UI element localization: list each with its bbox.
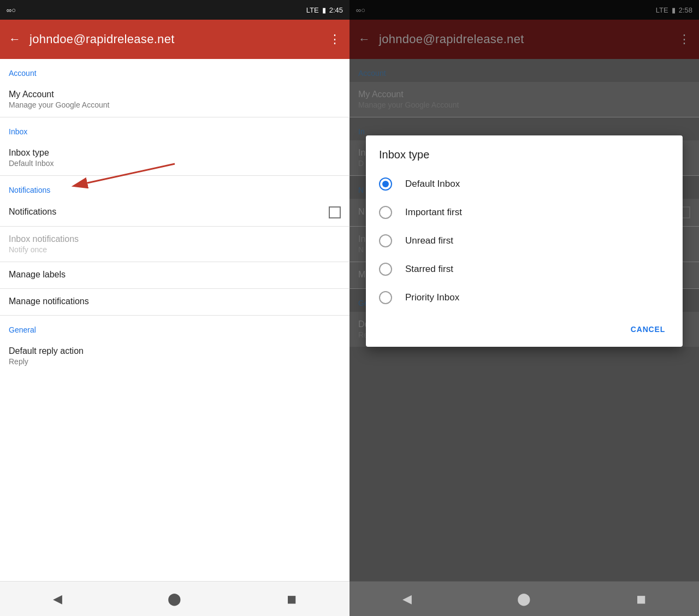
- signal-icon: LTE: [306, 6, 319, 14]
- menu-button[interactable]: ⋮: [329, 32, 341, 46]
- dialog-option-default[interactable]: Default Inbox: [366, 170, 683, 198]
- dialog-option-important-label: Important first: [405, 207, 462, 218]
- back-nav-icon-r[interactable]: ◀: [402, 592, 412, 606]
- recents-nav-icon-r[interactable]: ◼: [636, 592, 646, 606]
- radio-starred[interactable]: [379, 263, 392, 276]
- left-panel: ∞○ LTE ▮ 2:45 ← johndoe@rapidrelease.net…: [0, 0, 350, 616]
- back-nav-icon[interactable]: ◀: [53, 592, 62, 606]
- my-account-item[interactable]: My Account Manage your Google Account: [0, 82, 350, 117]
- battery-icon: ▮: [322, 6, 326, 14]
- inbox-type-title: Inbox type: [9, 148, 341, 158]
- default-reply-subtitle: Reply: [9, 357, 341, 366]
- recents-nav-icon[interactable]: ◼: [287, 592, 297, 606]
- account-title: johndoe@rapidrelease.net: [29, 32, 320, 46]
- radio-default[interactable]: [379, 177, 392, 191]
- settings-content-left: Account My Account Manage your Google Ac…: [0, 59, 350, 581]
- radio-important[interactable]: [379, 206, 392, 219]
- manage-notifications-title: Manage notifications: [9, 297, 341, 306]
- inbox-type-item[interactable]: Inbox type Default Inbox: [0, 140, 350, 176]
- manage-notifications-item[interactable]: Manage notifications: [0, 289, 350, 316]
- manage-labels-item[interactable]: Manage labels: [0, 262, 350, 289]
- default-reply-title: Default reply action: [9, 346, 341, 356]
- dialog-actions: CANCEL: [366, 316, 683, 342]
- dialog-option-default-label: Default Inbox: [405, 179, 460, 189]
- status-icons-left: ∞○: [7, 6, 16, 14]
- inbox-notifications-item: Inbox notifications Notify once: [0, 227, 350, 262]
- notifications-item[interactable]: Notifications: [0, 199, 350, 227]
- my-account-title: My Account: [9, 90, 341, 99]
- dialog-option-priority-label: Priority Inbox: [405, 292, 459, 303]
- bottom-nav-right: ◀ ⬤ ◼: [350, 581, 699, 616]
- dialog-option-important[interactable]: Important first: [366, 198, 683, 227]
- notifications-title: Notifications: [9, 207, 56, 217]
- general-section-header: General: [0, 316, 350, 339]
- cancel-button[interactable]: CANCEL: [622, 321, 674, 338]
- right-panel: ∞○ LTE ▮ 2:58 ← johndoe@rapidrelease.net…: [350, 0, 699, 616]
- radio-unread[interactable]: [379, 234, 392, 247]
- dialog-title: Inbox type: [366, 149, 683, 170]
- dialog-option-unread[interactable]: Unread first: [366, 227, 683, 255]
- notifications-checkbox[interactable]: [329, 206, 341, 218]
- dialog-option-starred[interactable]: Starred first: [366, 255, 683, 283]
- default-reply-item[interactable]: Default reply action Reply: [0, 339, 350, 374]
- inbox-notifications-subtitle: Notify once: [9, 245, 341, 254]
- dialog-option-priority[interactable]: Priority Inbox: [366, 283, 683, 312]
- my-account-subtitle: Manage your Google Account: [9, 100, 341, 109]
- toolbar-left: ← johndoe@rapidrelease.net ⋮: [0, 20, 350, 59]
- home-nav-icon-r[interactable]: ⬤: [517, 592, 531, 606]
- carrier-icon: ∞○: [7, 6, 16, 14]
- radio-priority[interactable]: [379, 291, 392, 304]
- back-button[interactable]: ←: [9, 32, 21, 46]
- time-display: 2:45: [329, 6, 343, 14]
- dialog-option-unread-label: Unread first: [405, 235, 453, 246]
- dialog-option-starred-label: Starred first: [405, 264, 453, 275]
- inbox-section-header: Inbox: [0, 117, 350, 140]
- manage-labels-title: Manage labels: [9, 270, 341, 280]
- radio-inner-default: [382, 181, 389, 187]
- bottom-nav-left: ◀ ⬤ ◼: [0, 581, 350, 616]
- inbox-notifications-title: Inbox notifications: [9, 234, 341, 244]
- inbox-type-subtitle: Default Inbox: [9, 159, 341, 168]
- account-section-header: Account: [0, 59, 350, 82]
- home-nav-icon[interactable]: ⬤: [168, 592, 181, 606]
- notifications-section-header: Notifications: [0, 176, 350, 199]
- inbox-type-dialog: Inbox type Default Inbox Important first…: [366, 135, 683, 347]
- status-bar-left: ∞○ LTE ▮ 2:45: [0, 0, 350, 20]
- status-icons-right: LTE ▮ 2:45: [306, 6, 343, 14]
